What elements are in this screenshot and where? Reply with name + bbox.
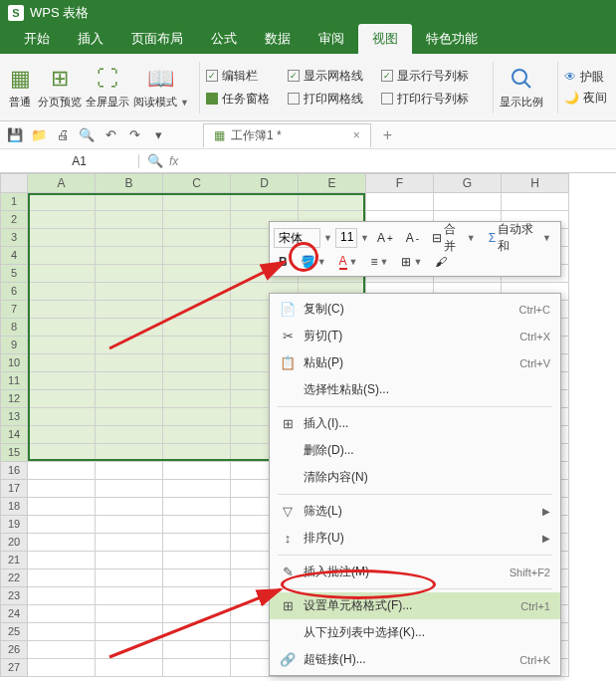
row-header[interactable]: 19: [0, 516, 28, 534]
eye-icon[interactable]: 👁护眼: [564, 69, 607, 86]
save-icon[interactable]: 💾: [6, 126, 24, 144]
cell[interactable]: [28, 265, 96, 283]
cell[interactable]: [96, 444, 163, 462]
row-header[interactable]: 18: [0, 498, 28, 516]
search-icon[interactable]: 🔍: [147, 153, 163, 168]
cell[interactable]: [96, 534, 163, 552]
cell[interactable]: [96, 372, 163, 390]
checkbox-编辑栏[interactable]: 编辑栏: [206, 68, 270, 85]
checkbox-显示行号列标[interactable]: 显示行号列标: [381, 68, 469, 85]
cell[interactable]: [96, 337, 163, 354]
cell[interactable]: [96, 319, 163, 337]
cell[interactable]: [163, 605, 231, 623]
cell[interactable]: [28, 462, 96, 480]
row-header[interactable]: 4: [0, 247, 28, 265]
menu-item[interactable]: ▽筛选(L)▶: [270, 498, 560, 525]
name-box[interactable]: A1: [20, 154, 139, 168]
cell[interactable]: [163, 354, 231, 372]
tab-1[interactable]: 插入: [64, 24, 117, 54]
print-icon[interactable]: 🖨: [54, 126, 72, 144]
tab-5[interactable]: 审阅: [305, 24, 358, 54]
cell[interactable]: [163, 623, 231, 641]
cell[interactable]: [28, 587, 96, 605]
cell[interactable]: [163, 426, 231, 444]
col-header-B[interactable]: B: [96, 173, 163, 193]
cell[interactable]: [163, 390, 231, 408]
cell[interactable]: [28, 569, 96, 587]
cell[interactable]: [28, 444, 96, 462]
cell[interactable]: [96, 623, 163, 641]
cell[interactable]: [163, 641, 231, 659]
row-header[interactable]: 2: [0, 211, 28, 229]
row-header[interactable]: 14: [0, 426, 28, 444]
align-button[interactable]: ≡▼: [366, 252, 394, 272]
row-header[interactable]: 7: [0, 301, 28, 319]
row-header[interactable]: 9: [0, 337, 28, 354]
cell[interactable]: [28, 623, 96, 641]
row-header[interactable]: 25: [0, 623, 28, 641]
row-header[interactable]: 1: [0, 193, 28, 211]
font-size[interactable]: 11: [335, 228, 357, 248]
tab-7[interactable]: 特色功能: [412, 24, 492, 54]
grid-icon[interactable]: ▦普通: [6, 65, 34, 110]
cell[interactable]: [163, 659, 231, 677]
cell[interactable]: [163, 516, 231, 534]
cell[interactable]: [163, 534, 231, 552]
row-header[interactable]: 22: [0, 569, 28, 587]
cell[interactable]: [96, 659, 163, 677]
cell[interactable]: [96, 569, 163, 587]
cell[interactable]: [96, 283, 163, 301]
menu-item[interactable]: ⊞设置单元格格式(F)...Ctrl+1: [270, 592, 560, 619]
menu-item[interactable]: 从下拉列表中选择(K)...: [270, 619, 560, 646]
col-header-F[interactable]: F: [366, 173, 434, 193]
font-select[interactable]: 宋体: [274, 228, 320, 248]
row-header[interactable]: 17: [0, 480, 28, 498]
cell[interactable]: [163, 569, 231, 587]
tab-4[interactable]: 数据: [251, 24, 305, 54]
moon-icon[interactable]: 🌙夜间: [564, 90, 607, 107]
cell[interactable]: [28, 372, 96, 390]
cell[interactable]: [96, 552, 163, 569]
cell[interactable]: [28, 498, 96, 516]
cell[interactable]: [28, 354, 96, 372]
row-header[interactable]: 12: [0, 390, 28, 408]
menu-item[interactable]: 🔗超链接(H)...Ctrl+K: [270, 646, 560, 673]
cell[interactable]: [96, 193, 163, 211]
cell[interactable]: [28, 247, 96, 265]
row-header[interactable]: 13: [0, 408, 28, 426]
cell[interactable]: [28, 426, 96, 444]
cell[interactable]: [299, 193, 366, 211]
cell[interactable]: [28, 211, 96, 229]
row-header[interactable]: 23: [0, 587, 28, 605]
row-header[interactable]: 21: [0, 552, 28, 569]
read-mode-icon[interactable]: 📖阅读模式 ▼: [133, 65, 189, 110]
cell[interactable]: [434, 193, 502, 211]
format-painter-button[interactable]: 🖌: [430, 252, 452, 272]
row-header[interactable]: 5: [0, 265, 28, 283]
fullscreen-icon[interactable]: ⛶全屏显示: [86, 65, 129, 110]
col-header-H[interactable]: H: [502, 173, 569, 193]
menu-item[interactable]: ✂剪切(T)Ctrl+X: [270, 323, 560, 349]
cell[interactable]: [163, 462, 231, 480]
col-header-C[interactable]: C: [163, 173, 231, 193]
row-header[interactable]: 24: [0, 605, 28, 623]
preview-icon[interactable]: 🔍: [78, 126, 96, 144]
row-header[interactable]: 15: [0, 444, 28, 462]
cell[interactable]: [28, 283, 96, 301]
menu-item[interactable]: 📋粘贴(P)Ctrl+V: [270, 349, 560, 376]
row-header[interactable]: 27: [0, 659, 28, 677]
cell[interactable]: [28, 641, 96, 659]
cell[interactable]: [96, 265, 163, 283]
cell[interactable]: [96, 516, 163, 534]
tab-0[interactable]: 开始: [10, 24, 64, 54]
select-all-corner[interactable]: [0, 173, 28, 193]
cell[interactable]: [163, 337, 231, 354]
col-header-D[interactable]: D: [231, 173, 299, 193]
dropdown-icon[interactable]: ▾: [149, 126, 167, 144]
cell[interactable]: [28, 390, 96, 408]
cell[interactable]: [96, 211, 163, 229]
cell[interactable]: [231, 193, 299, 211]
increase-font-button[interactable]: A+: [372, 228, 398, 248]
cell[interactable]: [28, 534, 96, 552]
close-icon[interactable]: ×: [353, 128, 360, 142]
